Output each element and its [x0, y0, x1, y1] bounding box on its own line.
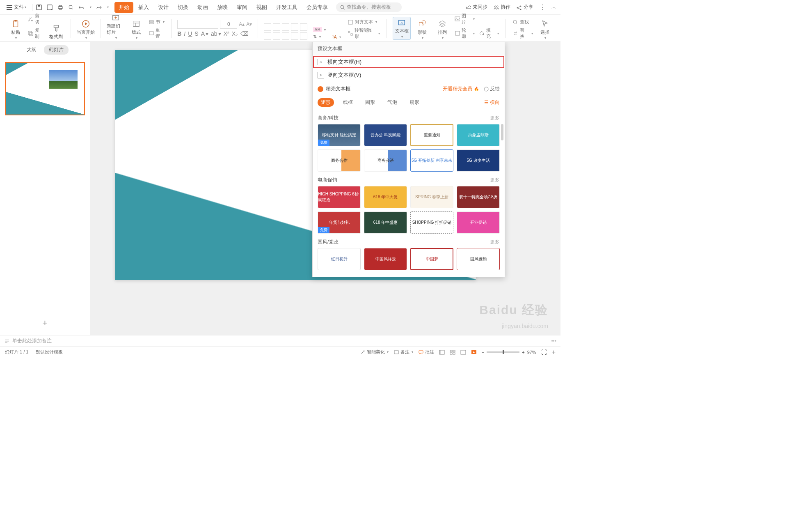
file-menu[interactable]: 文件 ▾ — [4, 3, 29, 11]
status-add-button[interactable]: + — [552, 349, 556, 356]
italic-button[interactable]: I — [184, 30, 185, 37]
bold-button[interactable]: B — [177, 30, 181, 37]
dropdown-scrollbar[interactable] — [501, 124, 503, 140]
select-button[interactable]: 选择▾ — [536, 19, 554, 40]
zoom-slider[interactable] — [487, 351, 519, 353]
command-search[interactable]: 查找命令、搜索模板 — [336, 2, 402, 12]
undo-dropdown[interactable]: ▾ — [90, 5, 91, 9]
font-size-select[interactable]: 0 — [220, 20, 237, 29]
template-card[interactable]: 5G 开拓创新 创享未来 — [410, 149, 453, 172]
more-menu-icon[interactable]: ⋮ — [539, 3, 546, 11]
font-color-button[interactable]: A▾ — [201, 30, 208, 37]
start-from-current-button[interactable]: 当页开始▾ — [77, 19, 95, 40]
line-spacing-button[interactable] — [300, 23, 307, 31]
template-card[interactable]: 重要通知 — [410, 124, 453, 146]
underline-button[interactable]: U — [188, 30, 192, 37]
text-highlight-button[interactable]: AB▾ — [312, 27, 327, 32]
find-button[interactable]: 查找 — [512, 18, 533, 25]
template-card[interactable]: 开业促销 — [457, 211, 500, 234]
tab-animation[interactable]: 动画 — [193, 2, 212, 13]
new-slide-button[interactable]: 新建幻灯片▾ — [107, 13, 125, 40]
replace-button[interactable]: 替换▾ — [512, 27, 533, 40]
tab-member[interactable]: 会员专享 — [302, 2, 332, 13]
print-icon[interactable] — [57, 4, 64, 11]
template-card[interactable]: 618 年中大促 — [364, 186, 407, 208]
section-promo-more[interactable]: 更多 — [490, 177, 500, 184]
section-biz-more[interactable]: 更多 — [490, 115, 500, 122]
superscript-button[interactable]: X² — [224, 30, 229, 37]
fit-window-button[interactable]: ⛶ — [541, 349, 547, 356]
template-card[interactable]: 移动支付 轻松搞定免费 — [318, 124, 361, 146]
tab-insert[interactable]: 插入 — [134, 2, 153, 13]
redo-dropdown[interactable]: ▾ — [107, 5, 109, 9]
align-distribute-button[interactable] — [300, 32, 307, 40]
status-more-icon[interactable]: ••• — [551, 338, 556, 344]
strike-button[interactable]: S — [194, 30, 198, 37]
cat-circle[interactable]: 圆形 — [362, 98, 378, 107]
tab-transition[interactable]: 切换 — [174, 2, 192, 13]
outline-tab[interactable]: 大纲 — [22, 45, 41, 55]
tab-review[interactable]: 审阅 — [233, 2, 252, 13]
outline-button[interactable]: 轮廓▾ — [454, 27, 476, 40]
textbox-button[interactable]: A 文本框▾ — [393, 17, 411, 40]
reset-button[interactable]: 重置 — [148, 27, 166, 40]
layout-button[interactable]: 版式▾ — [127, 19, 145, 40]
cat-rect[interactable]: 矩形 — [318, 98, 334, 107]
tab-view[interactable]: 视图 — [252, 2, 271, 13]
sync-button[interactable]: 未同步 — [465, 4, 487, 11]
add-slide-button[interactable]: + — [0, 311, 90, 335]
template-card[interactable]: 5G 改变生活 — [457, 149, 500, 172]
align-center-button[interactable] — [273, 32, 280, 40]
numbering-button[interactable] — [273, 23, 280, 31]
paste-button[interactable]: 粘贴▾ — [7, 19, 24, 40]
copy-button[interactable]: 复制 — [27, 27, 44, 40]
redo-icon[interactable] — [96, 4, 102, 11]
bullets-button[interactable] — [264, 23, 271, 31]
clear-format-button[interactable]: ⌫ — [240, 30, 249, 37]
align-text-button[interactable]: 对齐文本▾ — [347, 18, 381, 25]
comment-toggle[interactable]: 批注 — [418, 349, 434, 355]
template-card[interactable]: 双十一特惠全场7.8折 — [457, 186, 500, 208]
section-button[interactable]: 节▾ — [148, 18, 166, 25]
tab-slideshow[interactable]: 放映 — [213, 2, 232, 13]
highlight-button[interactable]: ab▾ — [211, 30, 221, 37]
undo-icon[interactable] — [78, 4, 85, 11]
template-card[interactable]: SHOPPING 打折促销 — [410, 211, 453, 234]
cat-fan[interactable]: 扇形 — [406, 98, 423, 107]
slides-tab[interactable]: 幻灯片 — [44, 45, 69, 55]
align-left-button[interactable] — [264, 32, 271, 40]
notes-bar[interactable]: 单击此处添加备注 ••• — [0, 335, 560, 347]
template-card[interactable]: 抽象孟菲斯 — [457, 124, 500, 146]
tab-start[interactable]: 开始 — [114, 2, 133, 13]
zoom-level[interactable]: 97% — [527, 350, 536, 355]
share-button[interactable]: 分享 — [516, 4, 533, 11]
zoom-out-button[interactable]: − — [482, 350, 484, 355]
template-card[interactable]: 云办公 科技赋能 — [364, 124, 407, 146]
view-reading-icon[interactable] — [460, 349, 466, 355]
cut-button[interactable]: 剪切 — [27, 12, 44, 25]
zoom-in-button[interactable]: + — [522, 350, 524, 355]
tab-devtools[interactable]: 开发工具 — [272, 2, 302, 13]
feedback-link[interactable]: 反馈 — [484, 85, 500, 92]
template-card[interactable]: 红日初升 — [318, 248, 361, 270]
notes-toggle[interactable]: 备注▾ — [393, 349, 413, 355]
slideshow-icon[interactable] — [471, 349, 477, 355]
template-card[interactable]: HIGH SHOPPING 6秒疯狂抢 — [318, 186, 361, 208]
format-painter-button[interactable]: 格式刷 — [47, 24, 65, 40]
text-direction-button[interactable]: ⇅▾ — [312, 34, 327, 40]
save-as-icon[interactable] — [46, 4, 53, 11]
vertical-textbox-option[interactable]: A 竖向文本框(V) — [313, 69, 505, 82]
template-card[interactable]: 中国梦 — [410, 248, 453, 270]
increase-font-icon[interactable]: A▴ — [239, 21, 245, 27]
indent-dec-button[interactable] — [282, 23, 289, 31]
indent-inc-button[interactable] — [291, 23, 298, 31]
subscript-button[interactable]: X₂ — [232, 30, 238, 37]
template-card[interactable]: 国风雅韵 — [457, 248, 500, 270]
align-right-button[interactable] — [282, 32, 289, 40]
vertical-align-button[interactable]: ¹A▾ — [332, 34, 342, 40]
coop-button[interactable]: 协作 — [493, 4, 510, 11]
section-guofeng-more[interactable]: 更多 — [490, 239, 500, 246]
open-member-link[interactable]: 开通稻壳会员🔥 — [443, 85, 479, 92]
template-card[interactable]: 中国风祥云 — [364, 248, 407, 270]
arrange-button[interactable]: 排列▾ — [433, 19, 451, 40]
